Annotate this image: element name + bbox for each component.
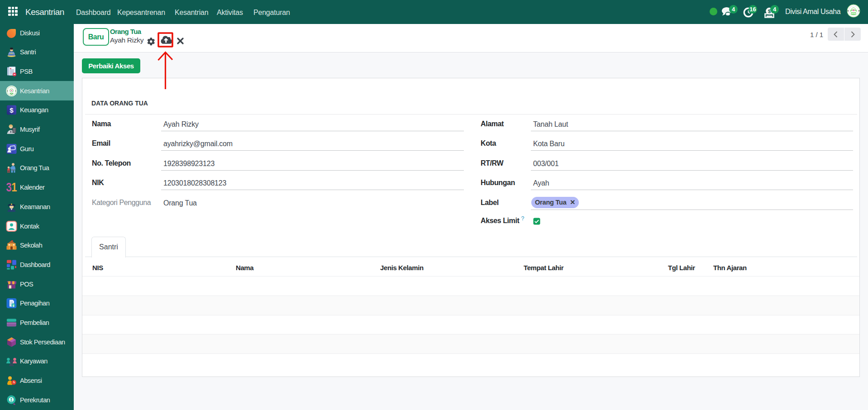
svg-text:1: 1 bbox=[11, 182, 17, 193]
svg-text:$: $ bbox=[10, 106, 14, 114]
svg-text:3: 3 bbox=[6, 182, 11, 193]
svg-text:$: $ bbox=[13, 304, 14, 308]
